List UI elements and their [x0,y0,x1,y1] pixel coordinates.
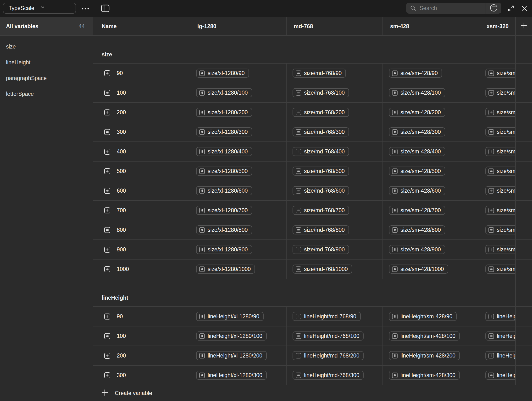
more-options-button[interactable] [79,3,91,14]
variable-row-size-700[interactable]: 700size/xl-1280/700size/md-768/700size/s… [93,201,532,220]
variable-alias-pill[interactable]: size/sm [485,265,515,274]
variable-row-lineHeight-200[interactable]: 200lineHeight/xl-1280/200lineHeight/md-7… [93,346,532,366]
variable-alias-pill[interactable]: size/md-768/600 [292,186,349,195]
variable-alias-pill[interactable]: size/sm-428/800 [389,225,445,234]
close-button[interactable] [519,3,530,14]
variable-alias-pill[interactable]: size/xl-1280/600 [196,186,252,195]
variable-name-cell[interactable]: 90 [93,307,190,326]
variable-name-cell[interactable]: 90 [93,64,190,83]
variable-row-lineHeight-90[interactable]: 90lineHeight/xl-1280/90lineHeight/md-768… [93,307,532,327]
variable-alias-pill[interactable]: size/sm-428/900 [389,245,445,254]
variable-alias-pill[interactable]: size/sm [485,147,515,156]
variable-alias-pill[interactable]: size/sm-428/400 [389,147,445,156]
variable-alias-pill[interactable]: lineHeight/sm-428/90 [389,312,457,321]
toggle-sidebar-button[interactable] [100,3,111,14]
variable-alias-pill[interactable]: lineHeig [485,332,515,340]
variable-alias-pill[interactable]: size/sm-428/700 [389,206,445,215]
variable-name-cell[interactable]: 1000 [93,259,190,279]
variable-name-cell[interactable]: 300 [93,122,190,142]
variable-alias-pill[interactable]: lineHeight/sm-428/300 [389,371,460,380]
variable-alias-pill[interactable]: size/sm-428/100 [389,88,445,97]
variable-alias-pill[interactable]: lineHeig [485,312,515,321]
variable-name-cell[interactable]: 100 [93,327,190,345]
variable-name-cell[interactable]: 800 [93,220,190,240]
expand-button[interactable] [505,3,517,14]
variable-alias-pill[interactable]: size/xl-1280/90 [196,68,249,78]
variable-row-size-600[interactable]: 600size/xl-1280/600size/md-768/600size/s… [93,181,532,201]
variable-alias-pill[interactable]: size/sm [485,245,515,254]
sidebar-group-paragraphSpace[interactable]: paragraphSpace [0,70,93,86]
collection-dropdown[interactable]: TypeScale [3,3,76,14]
variable-alias-pill[interactable]: size/md-768/90 [292,68,346,78]
variable-alias-pill[interactable]: size/sm-428/1000 [389,265,448,274]
variable-row-size-300[interactable]: 300size/xl-1280/300size/md-768/300size/s… [93,122,532,142]
variable-row-size-400[interactable]: 400size/xl-1280/400size/md-768/400size/s… [93,142,532,161]
variable-alias-pill[interactable]: size/md-768/1000 [292,265,352,274]
sidebar-group-lineHeight[interactable]: lineHeight [0,55,93,70]
variable-alias-pill[interactable]: size/sm [485,206,515,215]
variable-row-size-100[interactable]: 100size/xl-1280/100size/md-768/100size/s… [93,83,532,103]
variable-alias-pill[interactable]: lineHeight/md-768/100 [292,332,364,340]
create-variable-button[interactable]: Create variable [93,385,532,401]
variable-name-cell[interactable]: 400 [93,142,190,161]
variable-alias-pill[interactable]: size/sm [485,88,515,97]
variable-alias-pill[interactable]: lineHeight/sm-428/100 [389,332,460,340]
variable-name-cell[interactable]: 200 [93,346,190,365]
search-input[interactable] [420,3,486,14]
column-header-sm-428[interactable]: sm-428 [382,17,479,35]
column-header-lg-1280[interactable]: lg-1280 [190,17,286,35]
variable-alias-pill[interactable]: size/md-768/100 [292,88,349,97]
variable-alias-pill[interactable]: size/xl-1280/300 [196,127,252,136]
variable-name-cell[interactable]: 200 [93,103,190,122]
variable-alias-pill[interactable]: size/md-768/900 [292,245,349,254]
variable-alias-pill[interactable]: size/sm-428/600 [389,186,445,195]
variable-alias-pill[interactable]: size/md-768/400 [292,147,349,156]
variable-name-cell[interactable]: 300 [93,366,190,385]
variable-alias-pill[interactable]: size/sm [485,186,515,195]
variable-alias-pill[interactable]: size/sm [485,167,515,176]
variable-row-size-900[interactable]: 900size/xl-1280/900size/md-768/900size/s… [93,240,532,259]
variable-name-cell[interactable]: 600 [93,181,190,200]
variable-row-size-1000[interactable]: 1000size/xl-1280/1000size/md-768/1000siz… [93,259,532,279]
variable-alias-pill[interactable]: lineHeight/md-768/300 [292,371,364,380]
filter-button[interactable] [486,3,501,14]
variable-alias-pill[interactable]: size/md-768/700 [292,206,349,215]
variable-alias-pill[interactable]: size/sm-428/300 [389,127,445,136]
variable-row-size-90[interactable]: 90size/xl-1280/90size/md-768/90size/sm-4… [93,64,532,83]
variable-alias-pill[interactable]: size/xl-1280/400 [196,147,252,156]
variable-alias-pill[interactable]: lineHeig [485,351,515,360]
variable-alias-pill[interactable]: size/sm-428/500 [389,167,445,176]
variable-alias-pill[interactable]: size/md-768/300 [292,127,349,136]
sidebar-group-size[interactable]: size [0,39,93,55]
variable-alias-pill[interactable]: size/xl-1280/800 [196,225,252,234]
variable-alias-pill[interactable]: lineHeight/md-768/200 [292,351,364,360]
variable-alias-pill[interactable]: size/md-768/200 [292,108,349,117]
variable-alias-pill[interactable]: size/sm [485,127,515,136]
variable-row-lineHeight-100[interactable]: 100lineHeight/xl-1280/100lineHeight/md-7… [93,327,532,346]
column-header-xsm-320[interactable]: xsm-320 [479,17,515,35]
variable-alias-pill[interactable]: lineHeight/xl-1280/90 [196,312,264,321]
variable-row-size-500[interactable]: 500size/xl-1280/500size/md-768/500size/s… [93,161,532,181]
variable-alias-pill[interactable]: lineHeight/md-768/90 [292,312,361,321]
variable-alias-pill[interactable]: size/sm [485,108,515,117]
add-mode-button[interactable] [515,17,532,35]
variable-alias-pill[interactable]: lineHeight/sm-428/200 [389,351,460,360]
variable-alias-pill[interactable]: size/xl-1280/1000 [196,265,255,274]
variable-name-cell[interactable]: 500 [93,161,190,181]
variable-alias-pill[interactable]: lineHeight/xl-1280/200 [196,351,267,360]
column-header-md-768[interactable]: md-768 [286,17,382,35]
variable-alias-pill[interactable]: lineHeight/xl-1280/300 [196,371,267,380]
variable-alias-pill[interactable]: lineHeig [485,371,515,380]
variable-alias-pill[interactable]: size/md-768/500 [292,167,349,176]
variable-row-size-200[interactable]: 200size/xl-1280/200size/md-768/200size/s… [93,103,532,122]
variable-alias-pill[interactable]: size/sm [485,225,515,234]
variable-alias-pill[interactable]: size/xl-1280/200 [196,108,252,117]
variable-alias-pill[interactable]: size/sm-428/200 [389,108,445,117]
sidebar-group-letterSpace[interactable]: letterSpace [0,86,93,102]
sidebar-item-all-variables[interactable]: All variables 44 [0,17,93,36]
variable-alias-pill[interactable]: size/sm [485,68,515,78]
variable-row-size-800[interactable]: 800size/xl-1280/800size/md-768/800size/s… [93,220,532,240]
variable-alias-pill[interactable]: size/xl-1280/500 [196,167,252,176]
variable-alias-pill[interactable]: size/xl-1280/900 [196,245,252,254]
variable-row-lineHeight-300[interactable]: 300lineHeight/xl-1280/300lineHeight/md-7… [93,366,532,385]
